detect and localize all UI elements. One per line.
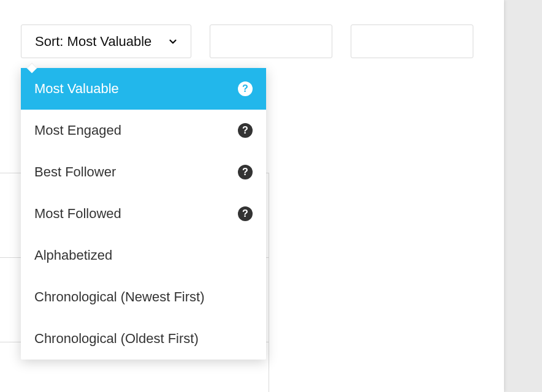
sort-option-most-valuable[interactable]: Most Valuable ? <box>21 68 266 110</box>
sort-option-chrono-oldest[interactable]: Chronological (Oldest First) <box>21 318 266 360</box>
toolbar: Sort: Most Valuable <box>21 24 473 58</box>
chevron-down-icon <box>167 36 178 47</box>
option-label: Chronological (Newest First) <box>34 289 205 305</box>
option-label: Best Follower <box>34 164 116 180</box>
sort-option-most-followed[interactable]: Most Followed ? <box>21 193 266 235</box>
toolbar-slot-1[interactable] <box>210 24 332 58</box>
sort-option-chrono-newest[interactable]: Chronological (Newest First) <box>21 276 266 318</box>
option-label: Chronological (Oldest First) <box>34 331 199 347</box>
help-icon[interactable]: ? <box>238 206 253 221</box>
option-label: Alphabetized <box>34 247 112 263</box>
help-icon[interactable]: ? <box>238 81 253 96</box>
sort-button[interactable]: Sort: Most Valuable <box>21 24 191 58</box>
help-icon[interactable]: ? <box>238 123 253 138</box>
main-panel: Sort: Most Valuable Most Valuable ? Most… <box>0 0 504 392</box>
sort-dropdown: Most Valuable ? Most Engaged ? Best Foll… <box>21 68 266 360</box>
toolbar-slot-2[interactable] <box>351 24 473 58</box>
sort-option-best-follower[interactable]: Best Follower ? <box>21 151 266 193</box>
option-label: Most Followed <box>34 206 121 222</box>
option-label: Most Engaged <box>34 123 121 138</box>
sort-option-alphabetized[interactable]: Alphabetized <box>21 235 266 276</box>
sort-option-most-engaged[interactable]: Most Engaged ? <box>21 110 266 151</box>
help-icon[interactable]: ? <box>238 165 253 179</box>
option-label: Most Valuable <box>34 81 119 97</box>
sort-button-label: Sort: Most Valuable <box>35 34 151 50</box>
